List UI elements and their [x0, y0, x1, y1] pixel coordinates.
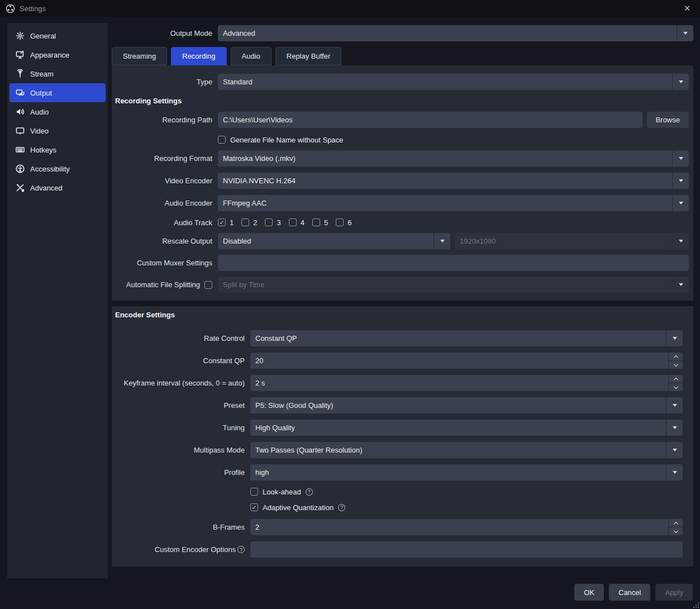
- file-splitting-value: Split by Time: [218, 280, 264, 289]
- custom-options-value[interactable]: [250, 541, 683, 558]
- spin-down-icon[interactable]: [669, 383, 683, 391]
- audio-track-1-checkbox[interactable]: ✓: [218, 218, 226, 226]
- close-icon[interactable]: ✕: [680, 1, 694, 16]
- constant-qp-row: Constant QP 20: [112, 353, 689, 369]
- sidebar-item-general[interactable]: General: [9, 26, 106, 45]
- sidebar-item-label: Audio: [30, 108, 49, 116]
- tuning-dropdown[interactable]: High Quality: [250, 420, 683, 436]
- sidebar-item-video[interactable]: Video: [9, 121, 106, 140]
- recording-path-input[interactable]: [218, 112, 642, 128]
- help-icon[interactable]: ?: [338, 504, 345, 511]
- video-encoder-dropdown[interactable]: NVIDIA NVENC H.264: [218, 173, 689, 189]
- sidebar-item-label: Output: [30, 89, 52, 97]
- output-icon: [15, 88, 25, 98]
- encoder-settings-panel: Encoder Settings Rate Control Constant Q…: [112, 306, 693, 567]
- sidebar-item-appearance[interactable]: Appearance: [9, 45, 106, 64]
- profile-value: high: [250, 468, 269, 477]
- obs-logo-icon: [6, 4, 15, 13]
- video-encoder-row: Video Encoder NVIDIA NVENC H.264: [112, 173, 689, 189]
- sidebar-item-label: Stream: [30, 70, 54, 78]
- gear-icon: [15, 31, 25, 41]
- audio-track-6-checkbox[interactable]: ✓: [336, 218, 344, 226]
- rescale-output-dropdown[interactable]: Disabled: [218, 233, 450, 249]
- type-row: Type Standard: [112, 74, 689, 90]
- tab-recording[interactable]: Recording: [171, 47, 226, 65]
- recording-path-value[interactable]: [218, 112, 642, 128]
- audio-track-3-checkbox[interactable]: ✓: [265, 218, 273, 226]
- file-splitting-row: Automatic File Splitting ✓ Split by Time: [112, 277, 689, 293]
- tab-replay-buffer[interactable]: Replay Buffer: [275, 47, 342, 65]
- lookahead-checkbox[interactable]: ✓: [250, 488, 258, 496]
- custom-options-label: Custom Encoder Options: [155, 545, 236, 554]
- file-splitting-dropdown: Split by Time: [218, 277, 689, 293]
- audio-track-5-label: 5: [324, 218, 328, 227]
- rescale-resolution-dropdown: 1920x1080: [455, 233, 689, 249]
- muxer-settings-row: Custom Muxer Settings: [112, 255, 689, 271]
- output-mode-label: Output Mode: [112, 29, 218, 37]
- rate-control-row: Rate Control Constant QP: [112, 330, 689, 346]
- multipass-dropdown[interactable]: Two Passes (Quarter Resolution): [250, 442, 683, 458]
- custom-options-input[interactable]: [250, 541, 683, 558]
- gen-no-space-row: ✓ Generate File Name without Space: [218, 135, 689, 145]
- preset-label: Preset: [112, 401, 250, 410]
- adaptive-quant-checkbox[interactable]: ✓: [250, 503, 258, 511]
- sidebar-item-advanced[interactable]: Advanced: [9, 178, 106, 197]
- multipass-label: Multipass Mode: [112, 446, 250, 454]
- chevron-down-icon: [672, 74, 689, 90]
- rescale-resolution-value: 1920x1080: [455, 237, 496, 245]
- video-encoder-label: Video Encoder: [112, 177, 218, 185]
- cancel-button[interactable]: Cancel: [609, 584, 650, 601]
- profile-row: Profile high: [112, 464, 689, 480]
- audio-encoder-dropdown[interactable]: FFmpeg AAC: [218, 195, 689, 211]
- keyboard-icon: [15, 145, 25, 155]
- spin-up-icon[interactable]: [669, 519, 683, 527]
- constant-qp-stepper[interactable]: 20: [250, 353, 683, 369]
- encoder-settings-heading: Encoder Settings: [115, 311, 689, 319]
- rate-control-value: Constant QP: [250, 334, 297, 342]
- file-splitting-checkbox[interactable]: ✓: [204, 281, 212, 289]
- help-icon[interactable]: ?: [306, 488, 313, 496]
- audio-track-4-checkbox[interactable]: ✓: [289, 218, 297, 226]
- sidebar-item-output[interactable]: Output: [9, 83, 106, 102]
- sidebar-item-hotkeys[interactable]: Hotkeys: [9, 140, 106, 159]
- tools-icon: [15, 183, 25, 193]
- browse-button[interactable]: Browse: [647, 112, 689, 128]
- rescale-output-label: Rescale Output: [112, 237, 218, 245]
- muxer-settings-value[interactable]: [218, 255, 689, 271]
- sidebar-item-label: General: [30, 32, 56, 40]
- recording-path-row: Recording Path Browse: [112, 112, 689, 128]
- audio-track-5-checkbox[interactable]: ✓: [312, 218, 320, 226]
- tab-streaming[interactable]: Streaming: [112, 47, 167, 65]
- bframes-stepper[interactable]: 2: [250, 519, 683, 535]
- keyframe-interval-label: Keyframe interval (seconds, 0 = auto): [112, 379, 250, 387]
- spin-up-icon[interactable]: [669, 353, 683, 360]
- output-mode-dropdown[interactable]: Advanced: [218, 25, 693, 41]
- resize-grip[interactable]: [693, 602, 699, 608]
- gen-no-space-label: Generate File Name without Space: [230, 136, 343, 144]
- type-dropdown[interactable]: Standard: [218, 74, 689, 90]
- sidebar-item-stream[interactable]: Stream: [9, 64, 106, 83]
- sidebar-item-accessibility[interactable]: Accessibility: [9, 159, 106, 178]
- keyframe-interval-value: 2 s: [250, 379, 265, 387]
- chevron-down-icon: [672, 173, 689, 189]
- titlebar: Settings ✕: [0, 0, 700, 17]
- monitor-icon: [15, 126, 25, 136]
- apply-button: Apply: [655, 584, 693, 601]
- keyframe-interval-stepper[interactable]: 2 s: [250, 375, 683, 391]
- output-mode-row: Output Mode Advanced: [112, 25, 693, 41]
- recording-format-dropdown[interactable]: Matroska Video (.mkv): [218, 150, 689, 166]
- spin-down-icon[interactable]: [669, 360, 683, 369]
- gen-no-space-checkbox[interactable]: ✓: [218, 136, 226, 144]
- muxer-settings-input[interactable]: [218, 255, 689, 271]
- sidebar-item-audio[interactable]: Audio: [9, 102, 106, 121]
- rate-control-dropdown[interactable]: Constant QP: [250, 330, 683, 346]
- audio-track-2-checkbox[interactable]: ✓: [241, 218, 249, 226]
- dialog-footer: OK Cancel Apply: [574, 584, 693, 601]
- spin-down-icon[interactable]: [669, 527, 683, 535]
- tab-audio[interactable]: Audio: [231, 47, 272, 65]
- profile-dropdown[interactable]: high: [250, 464, 683, 480]
- preset-dropdown[interactable]: P5: Slow (Good Quality): [250, 397, 683, 413]
- spin-up-icon[interactable]: [669, 375, 683, 383]
- ok-button[interactable]: OK: [574, 584, 604, 601]
- help-icon[interactable]: ?: [237, 546, 245, 553]
